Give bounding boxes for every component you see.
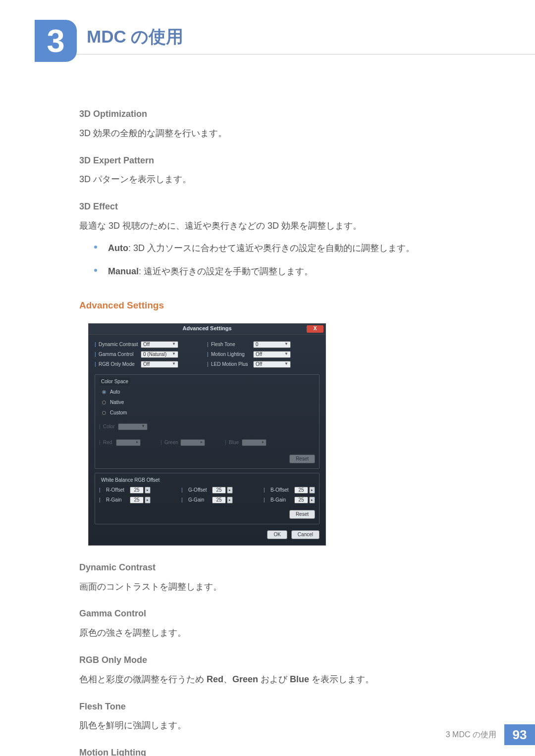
dialog-body: | Dynamic Contrast Off▼ | Gamma Control … [89,335,325,545]
chevron-down-icon: ▼ [284,361,288,367]
disabled-rgb-row: |Red▸ |Green▸ |Blue▸ [99,437,315,449]
bullet-text: Auto: 3D 入力ソースに合わせて遠近や奥行きの設定を自動的に調整します。 [108,241,495,255]
text-rgb-only: 色相と彩度の微調整を行うため Red、Green および Blue を表示します… [79,672,495,687]
bullet-auto: Auto: 3D 入力ソースに合わせて遠近や奥行きの設定を自動的に調整します。 [94,241,495,255]
radio-custom[interactable]: Custom [102,409,315,417]
tick-icon: | [207,351,209,358]
disabled-color-row: |Color▼ [99,421,315,433]
label: Dynamic Contrast [99,341,141,349]
spinner-g-offset[interactable]: 25▸ [212,487,233,494]
heading-motion-lighting: Motion Lighting [79,746,495,756]
text-flesh-tone: 肌色を鮮明に強調します。 [79,718,495,733]
bullet-text: Manual: 遠近や奥行きの設定を手動で調整します。 [108,264,495,279]
tick-icon: | [207,341,209,349]
spinner-b-offset[interactable]: 25▸ [294,487,315,494]
bullet-manual: Manual: 遠近や奥行きの設定を手動で調整します。 [94,264,495,279]
dropdown-rgb-only[interactable]: Off▼ [141,361,178,368]
field-motion-lighting: | Motion Lighting Off▼ [207,351,320,358]
spinner-g-gain[interactable]: 25▸ [212,497,233,504]
footer-text: 3 MDC の使用 [446,730,496,740]
page-footer: 3 MDC の使用 93 [446,724,535,745]
text-3d-optimization: 3D 効果の全般的な調整を行います。 [79,126,495,141]
label: LED Motion Plus [211,360,253,368]
field-gamma-control: | Gamma Control 0 (Natural)▼ [95,351,207,358]
field-led-motion-plus: | LED Motion Plus Off▼ [207,360,320,368]
heading-flesh-tone: Flesh Tone [79,700,495,714]
bullet-icon [94,246,97,249]
cancel-button[interactable]: Cancel [291,530,320,539]
heading-dynamic-contrast: Dynamic Contrast [79,560,495,575]
radio-icon [102,390,106,394]
chevron-down-icon: ▼ [172,361,176,367]
chapter-title: MDC の使用 [87,25,183,49]
field-rgb-only: | RGB Only Mode Off▼ [95,360,207,368]
reset-wb-button[interactable]: Reset [289,510,315,519]
dropdown-motion-lighting[interactable]: Off▼ [253,351,291,358]
tick-icon: | [95,360,97,368]
text-3d-expert-pattern: 3D パターンを表示します。 [79,172,495,187]
tick-icon: | [95,341,97,349]
reset-colorspace-button[interactable]: Reset [289,454,315,463]
label: Motion Lighting [211,351,253,358]
bullet-list: Auto: 3D 入力ソースに合わせて遠近や奥行きの設定を自動的に調整します。 … [94,241,495,279]
chevron-down-icon: ▼ [284,341,288,348]
dialog-titlebar: Advanced Settings X [89,324,325,335]
label: RGB Only Mode [99,360,141,368]
page-header: 3 MDC の使用 [35,20,535,54]
radio-icon [102,411,106,415]
tick-icon: | [95,351,97,358]
dropdown-gamma[interactable]: 0 (Natural)▼ [141,351,178,358]
chapter-number-badge: 3 [35,20,77,62]
heading-3d-effect: 3D Effect [79,200,495,214]
section-advanced-settings: Advanced Settings [79,298,495,313]
dialog-title: Advanced Settings [182,324,231,333]
radio-native[interactable]: Native [102,399,315,406]
dropdown-led-motion-plus[interactable]: Off▼ [253,361,291,368]
page-number: 93 [504,724,535,745]
dropdown-flesh-tone[interactable]: 0▼ [253,341,291,348]
content-area: 3D Optimization 3D 効果の全般的な調整を行います。 3D Ex… [79,94,495,756]
fieldset-white-balance: White Balance RGB Offset |R-Offset25▸ |G… [95,473,320,524]
fieldset-title: Color Space [99,378,130,386]
text-3d-effect: 最適な 3D 視聴のために、遠近や奥行きなどの 3D 効果を調整します。 [79,219,495,233]
chevron-down-icon: ▼ [172,341,176,348]
radio-auto[interactable]: Auto [102,388,315,396]
heading-3d-expert-pattern: 3D Expert Pattern [79,153,495,168]
advanced-settings-dialog: Advanced Settings X | Dynamic Contrast O… [88,323,326,546]
fieldset-title: White Balance RGB Offset [99,476,161,484]
spinner-r-gain[interactable]: 25▸ [130,497,151,504]
label: Flesh Tone [211,341,253,349]
radio-icon [102,401,106,404]
label: Gamma Control [99,351,141,358]
field-flesh-tone: | Flesh Tone 0▼ [207,341,320,349]
field-dynamic-contrast: | Dynamic Contrast Off▼ [95,341,207,349]
dropdown-dynamic-contrast[interactable]: Off▼ [141,341,178,348]
ok-button[interactable]: OK [267,530,287,539]
tick-icon: | [207,360,209,368]
text-gamma-control: 原色の強さを調整します。 [79,626,495,640]
heading-gamma-control: Gamma Control [79,606,495,621]
spinner-b-gain[interactable]: 25▸ [294,497,315,504]
heading-rgb-only: RGB Only Mode [79,653,495,667]
text-dynamic-contrast: 画面のコントラストを調整します。 [79,580,495,594]
fieldset-color-space: Color Space Auto Native Custom |Color▼ |… [95,374,320,469]
bullet-icon [94,269,97,272]
heading-3d-optimization: 3D Optimization [79,107,495,121]
chevron-down-icon: ▼ [284,351,288,357]
spinner-r-offset[interactable]: 25▸ [130,487,151,494]
close-button[interactable]: X [307,325,323,333]
chevron-down-icon: ▼ [172,351,176,357]
